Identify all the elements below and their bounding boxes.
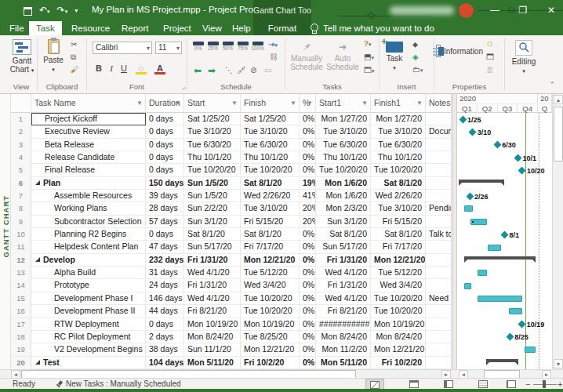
collapse-triangle-icon[interactable] [35,360,40,365]
cell-finish1[interactable]: Mon 8/24/20 [371,331,426,343]
milestone-diamond[interactable] [469,128,477,136]
pct-25-button[interactable]: 25% [206,42,220,51]
cell-start[interactable]: Sun 1/5/20 [184,177,241,190]
vertical-scroll-thumb[interactable] [554,107,563,162]
cell-num[interactable]: 3 [11,139,31,151]
zoom-out-button[interactable]: − [525,379,530,389]
new-tasks-mode[interactable]: New Tasks : Manually Scheduled [56,379,181,389]
cell-duration[interactable]: 0 days [146,318,184,331]
cell-finish[interactable]: Fri 5/15/20 [241,216,300,228]
cell-pct[interactable]: 20% [300,202,316,215]
column-header-pct[interactable]: %▼ [300,94,316,113]
cell-num[interactable]: 4 [11,151,31,164]
cell-notes[interactable] [426,113,452,125]
cell-start1[interactable]: Wed 4/1/20 [316,292,371,305]
paste-button[interactable]: Paste▾ [41,39,66,73]
cell-finish[interactable]: Sat 8/1/20 [241,228,300,241]
pane-splitter[interactable] [452,94,457,369]
table-row[interactable]: 3Beta Release0 daysTue 6/30/20Tue 6/30/2… [11,139,452,151]
restore-button[interactable]: ❐ [510,0,536,21]
cell-finish[interactable]: Mon 12/21/20 [241,254,300,267]
cell-notes[interactable] [426,331,452,343]
view-report-button[interactable] [502,379,521,390]
cell-finish1[interactable]: Fri 10/2/20 [371,357,426,369]
cell-start1[interactable]: Mon 11/2/20 [316,343,371,356]
cell-start1[interactable]: Thu 10/1/20 [316,151,371,164]
cell-start[interactable]: Thu 10/1/20 [184,151,241,164]
pct-75-button[interactable]: 75% [236,42,249,51]
cell-finish1[interactable]: Wed 3/4/20 [371,279,426,292]
cell-notes[interactable]: Talk to D [426,228,452,241]
cell-name[interactable]: Release Candidate [31,151,146,164]
font-name-select[interactable]: Calibri▾ [93,42,152,54]
cell-num[interactable]: 5 [11,164,31,176]
cell-pct[interactable]: 0% [300,241,316,253]
cell-finish[interactable]: Tue 10/20/20 [241,292,300,305]
cell-finish1[interactable]: Tue 10/20/20 [371,305,426,318]
tab-report[interactable]: Report [114,21,156,35]
minimize-button[interactable]: — [481,0,508,21]
scroll-up-icon[interactable]: ▲ [554,95,563,104]
table-row[interactable]: 16Development Phase II44 daysFri 8/21/20… [11,305,452,318]
task-bar[interactable] [464,283,471,289]
highlight-color-icon[interactable]: ◌ [136,64,147,74]
insert-deliverable-icon[interactable]: ◈ [412,53,419,61]
table-row[interactable]: 1Project Kickoff0 daysSat 1/25/20Sat 1/2… [11,113,452,125]
milestone-diamond[interactable] [466,192,474,200]
cell-duration[interactable]: 47 days [146,241,184,253]
task-bar[interactable] [478,296,522,302]
cell-pct[interactable]: 0% [300,357,316,369]
cell-num[interactable]: 15 [11,292,31,305]
close-button[interactable]: ✕ [538,0,563,21]
cell-duration[interactable]: 0 days [146,151,184,164]
cell-notes[interactable] [426,241,452,253]
cell-finish[interactable]: Sat 8/1/20 [241,177,300,190]
task-bar[interactable] [488,245,501,251]
cell-num[interactable]: 6 [11,177,31,190]
cell-duration[interactable]: 44 days [146,305,184,318]
cell-finish1[interactable]: Fri 7/17/20 [371,241,426,253]
cell-finish[interactable]: Mon 10/19/20 [241,318,300,331]
task-bar[interactable] [509,308,522,314]
cell-notes[interactable] [426,190,452,202]
user-avatar[interactable] [459,3,474,18]
cell-start[interactable]: Tue 10/20/20 [184,164,241,176]
cell-duration[interactable]: 232 days [146,254,184,267]
column-header-start1[interactable]: Start1▼ [316,94,371,113]
cell-finish1[interactable]: Tue 10/20/20 [371,164,426,176]
column-header-notes[interactable]: Notes [426,94,452,113]
cell-num[interactable]: 19 [11,343,31,356]
cell-duration[interactable]: 0 days [146,164,184,176]
cell-pct[interactable]: 0% [300,267,316,279]
filter-arrow-icon[interactable]: ▼ [416,94,423,112]
cut-icon[interactable]: ✂ [71,40,77,49]
manually-schedule-button[interactable]: 📌︎ Manually Schedule [289,42,325,71]
cell-notes[interactable] [426,318,452,331]
cell-notes[interactable] [426,279,452,292]
cell-name[interactable]: Prototype [31,279,146,292]
cell-pct[interactable]: 0% [300,164,316,176]
cell-pct[interactable]: 0% [300,292,316,305]
cell-finish1[interactable]: Mon 12/21/20 [371,254,426,267]
cell-notes[interactable] [426,305,452,318]
cell-notes[interactable] [426,254,452,267]
user-account-name[interactable] [390,6,454,15]
cell-finish1[interactable]: Tue 10/20/20 [371,292,426,305]
information-button[interactable]: Information [436,45,483,57]
table-row[interactable]: 14Prototype24 daysFri 1/31/20Wed 3/4/200… [11,279,452,292]
tab-project[interactable]: Project [156,21,198,35]
column-header-num[interactable] [11,94,31,113]
cell-notes[interactable]: Need m [426,292,452,305]
column-header-duration[interactable]: Duration▼ [146,94,184,113]
auto-schedule-button[interactable]: ➜ Auto Schedule [326,42,359,71]
cell-name[interactable]: Subcontractor Selection [31,216,146,228]
underline-button[interactable]: U [118,64,129,73]
view-team-planner-button[interactable] [439,379,458,390]
gantt-chart-view-button[interactable]: Gantt Chart ▾ [9,39,35,74]
cell-duration[interactable]: 150 days [146,177,184,190]
zoom-slider-thumb[interactable] [543,380,546,388]
cell-name[interactable]: Assemble Resources [31,190,146,202]
cell-start[interactable]: Mon 5/11/20 [184,357,241,369]
pct-100-button[interactable]: 100% [251,42,264,51]
cell-num[interactable]: 9 [11,216,31,228]
